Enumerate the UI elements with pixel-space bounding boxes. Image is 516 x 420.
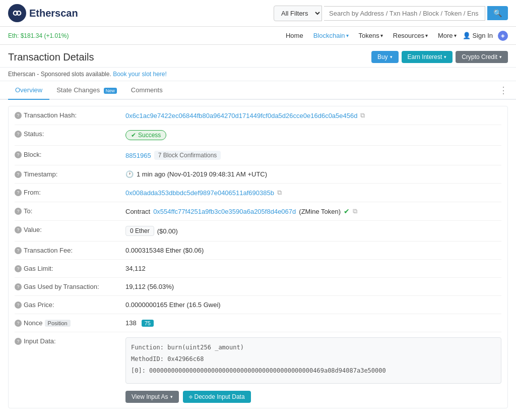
label-timestamp: ? Timestamp: <box>15 170 125 178</box>
copy-to-icon[interactable]: ⧉ <box>353 207 357 215</box>
help-icon-block[interactable]: ? <box>15 151 22 158</box>
nonce-position-label: Position <box>45 320 71 327</box>
eth-network-icon: ◈ <box>498 31 508 41</box>
help-icon-gas-price[interactable]: ? <box>15 302 22 309</box>
etherscan-logo-icon <box>8 4 26 22</box>
label-gas-used: ? Gas Used by Transaction: <box>15 283 125 290</box>
row-gas-used: ? Gas Used by Transaction: 19,112 (56.03… <box>15 278 501 296</box>
header: Etherscan All Filters 🔍 <box>0 0 516 27</box>
nav-tokens[interactable]: Tokens <box>355 30 387 41</box>
help-icon-input[interactable]: ? <box>15 338 22 345</box>
help-icon-from[interactable]: ? <box>15 189 22 196</box>
search-input[interactable] <box>324 6 485 21</box>
logo-text: Etherscan <box>29 8 78 19</box>
value-gas-price: 0.0000000165 Ether (16.5 Gwei) <box>125 301 221 309</box>
value-block: 8851965 7 Block Confirmations <box>125 151 221 160</box>
copy-hash-icon[interactable]: ⧉ <box>360 111 365 119</box>
label-from: ? From: <box>15 189 125 196</box>
help-icon-timestamp[interactable]: ? <box>15 171 22 178</box>
tab-comments[interactable]: Comments <box>124 81 170 100</box>
row-timestamp: ? Timestamp: 🕐 1 min ago (Nov-01-2019 09… <box>15 165 501 184</box>
decode-input-data-button[interactable]: ⎆ Decode Input Data <box>183 391 251 403</box>
input-data-box: Function: burn(uint256 _amount) MethodID… <box>125 337 501 384</box>
search-button[interactable]: 🔍 <box>487 6 508 20</box>
action-buttons: Buy Earn Interest Crypto Credit <box>371 51 508 63</box>
sign-in[interactable]: 👤 Sign In <box>463 32 493 39</box>
label-to: ? To: <box>15 207 125 215</box>
value-gas-limit: 34,112 <box>125 265 146 272</box>
block-number-link[interactable]: 8851965 <box>125 152 151 159</box>
value-fee: 0.000315348 Ether ($0.06) <box>125 247 204 254</box>
page-title: Transaction Details <box>8 51 94 63</box>
verified-icon: ✔ <box>344 207 350 215</box>
filter-select[interactable]: All Filters <box>274 6 322 21</box>
row-from: ? From: 0x008adda353dbbdc5def9897e040651… <box>15 184 501 202</box>
nav-more[interactable]: More <box>434 30 461 41</box>
label-value: ? Value: <box>15 226 125 233</box>
value-gas-used: 19,112 (56.03%) <box>125 283 174 290</box>
input-data-buttons: View Input As ⎆ Decode Input Data <box>125 391 251 403</box>
value-from: 0x008adda353dbbdc5def9897e0406511af69038… <box>125 189 282 197</box>
eth-price: Eth: $181.34 (+1.01%) <box>8 32 69 39</box>
success-checkmark-icon: ✔ <box>131 132 136 139</box>
main-content: ? Transaction Hash: 0x6c1ac9e7422ec06844… <box>0 106 516 408</box>
help-icon-gas-limit[interactable]: ? <box>15 265 22 272</box>
input-function-line: Function: burn(uint256 _amount) <box>131 343 496 352</box>
sponsored-banner: Etherscan - Sponsored slots available. B… <box>0 68 516 81</box>
transaction-hash-link[interactable]: 0x6c1ac9e7422ec06844fb80a964270d171449fc… <box>125 112 357 119</box>
label-fee: ? Transaction Fee: <box>15 247 125 254</box>
row-value: ? Value: 0 Ether ($0.00) <box>15 221 501 242</box>
status-badge: ✔ Success <box>125 130 166 140</box>
row-nonce: ? Nonce Position 138 75 <box>15 314 501 332</box>
nav-resources[interactable]: Resources <box>389 30 432 41</box>
label-block: ? Block: <box>15 151 125 158</box>
tab-more-icon[interactable]: ⋮ <box>499 85 508 96</box>
buy-button[interactable]: Buy <box>371 51 399 63</box>
nonce-position-badge: 75 <box>142 320 154 327</box>
sponsored-link[interactable]: Book your slot here! <box>113 71 167 78</box>
row-gas-price: ? Gas Price: 0.0000000165 Ether (16.5 Gw… <box>15 296 501 314</box>
ether-value-badge: 0 Ether <box>125 226 154 236</box>
search-area: All Filters 🔍 <box>274 6 508 21</box>
tabs: Overview State Changes New Comments ⋮ <box>0 81 516 100</box>
to-address-link[interactable]: 0x554ffc77f4251a9fb3c0e3590a6a205f8d4e06… <box>153 208 296 215</box>
value-to: Contract 0x554ffc77f4251a9fb3c0e3590a6a2… <box>125 207 357 215</box>
label-nonce: ? Nonce Position <box>15 319 125 327</box>
nav-home[interactable]: Home <box>282 30 307 41</box>
row-transaction-hash: ? Transaction Hash: 0x6c1ac9e7422ec06844… <box>15 106 501 125</box>
crypto-credit-button[interactable]: Crypto Credit <box>456 51 508 63</box>
help-icon-gas-used[interactable]: ? <box>15 283 22 290</box>
row-fee: ? Transaction Fee: 0.000315348 Ether ($0… <box>15 242 501 260</box>
view-input-as-button[interactable]: View Input As <box>125 391 179 403</box>
logo-area: Etherscan <box>8 4 78 22</box>
value-value: 0 Ether ($0.00) <box>125 226 178 236</box>
label-gas-limit: ? Gas Limit: <box>15 265 125 272</box>
nav-links: Home Blockchain Tokens Resources More 👤 … <box>282 30 508 41</box>
help-icon-fee[interactable]: ? <box>15 247 22 254</box>
nav-blockchain[interactable]: Blockchain <box>309 30 353 41</box>
confirmations-badge: 7 Block Confirmations <box>154 151 221 160</box>
state-changes-badge: New <box>104 88 117 94</box>
help-icon-nonce[interactable]: ? <box>15 320 22 327</box>
row-block: ? Block: 8851965 7 Block Confirmations <box>15 146 501 165</box>
input-method-line: MethodID: 0x42966c68 <box>131 354 496 364</box>
help-icon-status[interactable]: ? <box>15 131 22 138</box>
details-wrapper: ? Transaction Hash: 0x6c1ac9e7422ec06844… <box>8 106 508 408</box>
earn-interest-button[interactable]: Earn Interest <box>402 51 453 63</box>
label-input-data: ? Input Data: <box>15 337 125 345</box>
help-icon-to[interactable]: ? <box>15 208 22 215</box>
help-icon-value[interactable]: ? <box>15 226 22 233</box>
row-input-data: ? Input Data: Function: burn(uint256 _am… <box>15 332 501 408</box>
from-address-link[interactable]: 0x008adda353dbbdc5def9897e0406511af69038… <box>125 189 274 197</box>
value-transaction-hash: 0x6c1ac9e7422ec06844fb80a964270d171449fc… <box>125 111 365 119</box>
tab-state-changes[interactable]: State Changes New <box>49 81 124 100</box>
value-nonce: 138 75 <box>125 319 154 327</box>
label-status: ? Status: <box>15 130 125 138</box>
tab-overview[interactable]: Overview <box>8 81 49 100</box>
help-icon-txhash[interactable]: ? <box>15 112 22 119</box>
value-status: ✔ Success <box>125 130 166 140</box>
copy-from-icon[interactable]: ⧉ <box>277 189 282 197</box>
row-status: ? Status: ✔ Success <box>15 125 501 146</box>
page-header: Transaction Details Buy Earn Interest Cr… <box>0 45 516 68</box>
clock-icon: 🕐 <box>125 170 134 178</box>
